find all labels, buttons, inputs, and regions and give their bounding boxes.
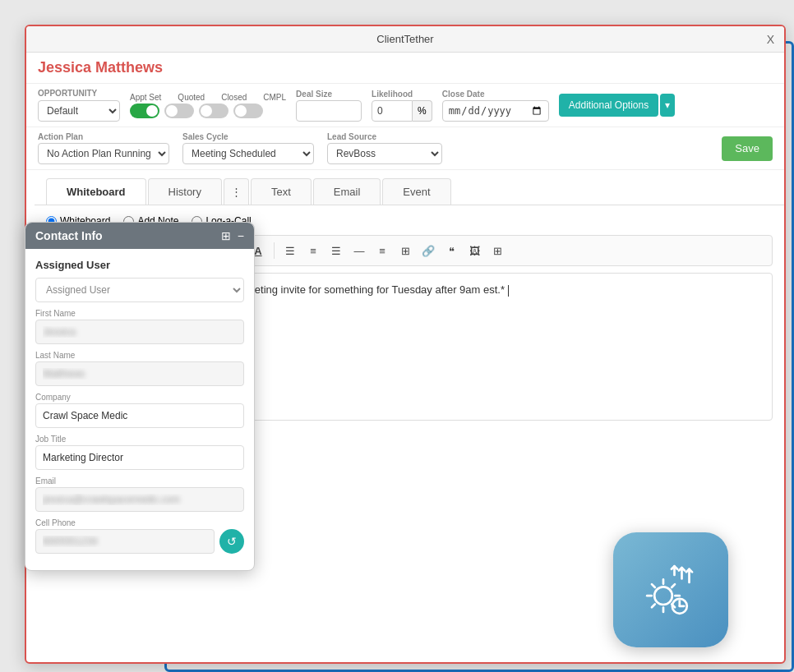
- email-input[interactable]: [35, 487, 244, 512]
- company-label: Company: [35, 393, 244, 402]
- tab-email[interactable]: Email: [313, 178, 381, 205]
- link-button[interactable]: 🔗: [418, 241, 438, 260]
- code-button[interactable]: ⊞: [487, 241, 507, 260]
- closed-label: Closed: [221, 93, 247, 102]
- title-bar: ClientTether X: [26, 26, 784, 53]
- likelihood-group: Likelihood %: [372, 90, 432, 122]
- toolbar-divider-2: [274, 242, 275, 259]
- close-button[interactable]: X: [767, 33, 774, 46]
- close-date-label: Close Date: [442, 90, 549, 99]
- minimize-icon[interactable]: −: [238, 229, 244, 242]
- additional-options-button[interactable]: Additional Options: [559, 94, 658, 117]
- lead-source-label: Lead Source: [327, 132, 442, 141]
- email-label: Email: [35, 476, 244, 486]
- sales-cycle-label: Sales Cycle: [182, 132, 314, 141]
- save-button[interactable]: Save: [722, 136, 773, 161]
- header-row: Jessica Matthews: [26, 53, 784, 84]
- logo-svg: [634, 553, 708, 627]
- opportunity-section: Opportunity Default: [38, 89, 120, 122]
- sales-cycle-select[interactable]: Meeting Scheduled: [182, 143, 314, 164]
- appt-set-label: Appt Set: [130, 93, 161, 102]
- cmpl-toggle[interactable]: [233, 104, 263, 118]
- lead-source-group: Lead Source RevBoss: [327, 132, 442, 164]
- assigned-user-heading: Assigned User: [35, 259, 244, 271]
- job-title-label: Job Title: [35, 435, 244, 444]
- tab-whiteboard[interactable]: Whiteboard: [46, 178, 146, 205]
- likelihood-percent: %: [413, 100, 432, 122]
- page-name: Jessica Matthews: [38, 59, 163, 76]
- assigned-user-select[interactable]: Assigned User: [35, 278, 244, 302]
- last-name-field: Last Name: [35, 351, 244, 386]
- contact-card-header-icons: ⊞ −: [221, 229, 244, 242]
- tab-more[interactable]: ⋮: [224, 178, 249, 205]
- action-plan-group: Action Plan No Action Plan Running: [38, 132, 169, 164]
- logo-icon-decoration: [613, 532, 728, 647]
- action-plan-row: Action Plan No Action Plan Running Sales…: [26, 127, 784, 170]
- deal-size-input[interactable]: [296, 100, 362, 122]
- quote-button[interactable]: ❝: [441, 241, 461, 260]
- save-group: Save: [722, 136, 773, 161]
- last-name-label: Last Name: [35, 351, 244, 360]
- text-cursor: [508, 285, 509, 297]
- email-field: Email: [35, 476, 244, 512]
- likelihood-label: Likelihood: [372, 90, 432, 99]
- last-name-input[interactable]: [35, 361, 244, 386]
- likelihood-input[interactable]: [372, 100, 413, 122]
- tab-text[interactable]: Text: [251, 178, 312, 205]
- first-name-field: First Name: [35, 309, 244, 344]
- svg-point-0: [654, 587, 672, 605]
- cell-phone-refresh-button[interactable]: ↺: [219, 529, 244, 554]
- additional-options-chevron[interactable]: ▾: [660, 94, 675, 117]
- additional-options-group: Additional Options ▾: [559, 94, 675, 117]
- tabs-container: Whiteboard History ⋮ Text Email Event: [35, 170, 784, 205]
- assigned-user-field: Assigned User: [35, 278, 244, 302]
- hr-button[interactable]: —: [349, 241, 369, 260]
- action-plan-select[interactable]: No Action Plan Running: [38, 143, 169, 164]
- unordered-list-button[interactable]: ≡: [372, 241, 392, 260]
- close-date-group: Close Date: [442, 90, 549, 122]
- cell-phone-field: Cell Phone ↺: [35, 518, 244, 554]
- align-right-button[interactable]: ☰: [326, 241, 346, 260]
- tab-history[interactable]: History: [148, 178, 222, 205]
- contact-info-title: Contact Info: [35, 229, 103, 242]
- closed-toggle[interactable]: [199, 104, 229, 118]
- first-name-label: First Name: [35, 309, 244, 318]
- toggle-section: Appt Set Quoted Closed CMPL: [130, 93, 286, 118]
- cell-phone-with-btn: ↺: [35, 529, 244, 554]
- cell-phone-label: Cell Phone: [35, 518, 244, 527]
- opportunity-label: Opportunity: [38, 89, 120, 98]
- deal-size-label: Deal Size: [296, 90, 362, 99]
- contact-info-card: Contact Info ⊞ − Assigned User Assigned …: [25, 222, 255, 571]
- opportunity-row: Opportunity Default Appt Set Quoted Clos…: [26, 84, 784, 127]
- sales-cycle-group: Sales Cycle Meeting Scheduled: [182, 132, 314, 164]
- contact-card-header: Contact Info ⊞ −: [25, 223, 254, 249]
- table-button[interactable]: ⊞: [395, 241, 415, 260]
- image-button[interactable]: 🖼: [464, 241, 484, 260]
- close-date-input[interactable]: [442, 100, 549, 122]
- quoted-toggle[interactable]: [164, 104, 194, 118]
- cell-phone-input[interactable]: [35, 529, 215, 554]
- company-input[interactable]: [35, 403, 244, 428]
- svg-line-5: [652, 584, 655, 587]
- appt-set-toggle[interactable]: [130, 104, 159, 118]
- contact-card-body: Assigned User Assigned User First Name L…: [25, 249, 254, 570]
- job-title-input[interactable]: [35, 445, 244, 470]
- tab-event[interactable]: Event: [382, 178, 450, 205]
- window-title: ClientTether: [376, 33, 433, 45]
- quoted-label: Quoted: [178, 93, 205, 102]
- refresh-icon: ↺: [227, 535, 237, 548]
- first-name-input[interactable]: [35, 320, 244, 344]
- align-left-button[interactable]: ☰: [280, 241, 300, 260]
- lead-source-select[interactable]: RevBoss: [327, 143, 442, 164]
- expand-icon[interactable]: ⊞: [221, 229, 231, 242]
- svg-line-7: [652, 604, 655, 607]
- company-field: Company: [35, 393, 244, 428]
- job-title-field: Job Title: [35, 435, 244, 470]
- action-plan-label: Action Plan: [38, 132, 169, 141]
- deal-size-group: Deal Size: [296, 90, 362, 122]
- svg-line-8: [672, 584, 675, 587]
- align-center-button[interactable]: ≡: [303, 241, 323, 260]
- cmpl-label: CMPL: [263, 93, 286, 102]
- toggle-group: [130, 104, 286, 118]
- opportunity-select[interactable]: Default: [38, 100, 120, 122]
